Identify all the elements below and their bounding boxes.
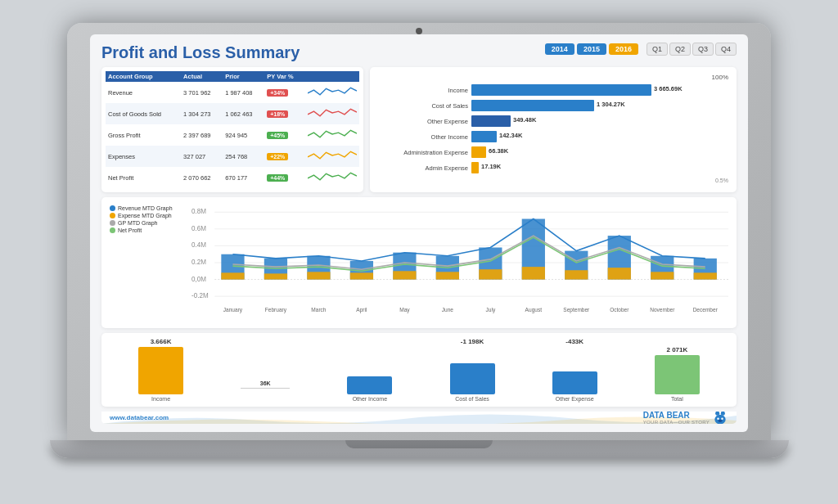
row-var: +44%	[264, 167, 305, 188]
legend-label: Net Profit	[118, 227, 142, 233]
quarter-tab-q2[interactable]: Q2	[669, 43, 691, 56]
hbar-label: Cost of Sales	[378, 102, 468, 110]
wf-connector-label: 36K	[260, 380, 271, 386]
wf-cost-sales-value: -1 198K	[461, 338, 484, 345]
svg-point-52	[721, 417, 723, 419]
svg-text:November: November	[650, 307, 675, 313]
row-prior: 254 768	[223, 146, 264, 167]
col-actual: Actual	[181, 71, 223, 82]
year-tab-2016[interactable]: 2016	[609, 43, 638, 55]
svg-rect-30	[479, 269, 502, 279]
camera	[416, 28, 422, 34]
year-tab-2014[interactable]: 2014	[545, 43, 574, 55]
page-title: Profit and Loss Summary	[101, 43, 300, 62]
svg-text:December: December	[693, 307, 719, 313]
hbar-row: Other Income 142.34K	[378, 131, 728, 142]
hbar-track: 1 304.27K	[471, 100, 651, 111]
wf-other-income-bar-wrap	[347, 347, 392, 394]
svg-text:September: September	[563, 307, 590, 313]
laptop-frame: Profit and Loss Summary 2014 2015 2016 Q…	[67, 23, 771, 440]
mid-legend: Revenue MTD Graph Expense MTD Graph GP M…	[110, 205, 173, 233]
footer-brand-container: DATA BEAR YOUR DATA—OUR STORY	[643, 412, 728, 424]
hbar-label: Income	[378, 87, 468, 94]
data-table: Account Group Actual Prior PY Var % Reve…	[106, 71, 359, 188]
hbar-fill	[471, 131, 497, 142]
row-actual: 2 070 662	[181, 167, 223, 188]
row-prior: 1 987 408	[223, 82, 264, 103]
svg-text:January: January	[223, 307, 243, 313]
footer: www.databear.com DATA BEAR YOUR DATA—OUR…	[101, 412, 737, 424]
svg-text:August: August	[525, 307, 543, 313]
col-account: Account Group	[106, 71, 181, 82]
hbar-fill	[471, 146, 486, 158]
svg-text:0.8M: 0.8M	[191, 208, 206, 215]
svg-text:July: July	[486, 307, 496, 313]
quarter-tab-q4[interactable]: Q4	[715, 43, 737, 56]
waterfall-area: 3.666K Income 36K	[110, 338, 728, 402]
wf-other-expense-label: Other Expense	[556, 396, 594, 402]
wf-total-value: 2 071K	[666, 346, 687, 353]
svg-rect-33	[608, 268, 631, 279]
legend-dot	[110, 213, 115, 218]
wf-other-expense-bar	[552, 371, 597, 394]
svg-text:February: February	[265, 307, 287, 313]
legend-label: Expense MTD Graph	[118, 213, 172, 218]
footer-brand-name: DATA BEAR	[643, 412, 710, 420]
top-section: Account Group Actual Prior PY Var % Reve…	[101, 67, 737, 192]
svg-rect-31	[522, 267, 545, 279]
wf-total-bar	[655, 355, 700, 394]
svg-rect-26	[307, 272, 330, 279]
row-prior: 1 062 463	[223, 103, 264, 124]
year-tab-2015[interactable]: 2015	[577, 43, 606, 55]
svg-text:March: March	[311, 307, 327, 313]
hbar-rows: Income 3 665.69K Cost of Sales 1 304.27K…	[378, 84, 728, 173]
col-prior: Prior	[223, 71, 264, 82]
hbar-value: 3 665.69K	[654, 85, 683, 92]
col-spark	[305, 71, 359, 82]
hbar-value: 349.48K	[513, 116, 536, 124]
hbar-fill	[471, 100, 594, 111]
quarter-tabs: Q1 Q2 Q3 Q4	[647, 43, 737, 56]
hbar-fill	[471, 115, 511, 127]
svg-rect-32	[565, 270, 588, 279]
filters: 2014 2015 2016 Q1 Q2 Q3 Q4	[545, 43, 737, 56]
quarter-tab-q3[interactable]: Q3	[692, 43, 714, 56]
row-var: +22%	[264, 146, 305, 167]
wf-other-expense-value: -433K	[565, 338, 583, 345]
row-var: +45%	[264, 124, 305, 146]
dashboard: Profit and Loss Summary 2014 2015 2016 Q…	[90, 34, 748, 432]
laptop-notch	[345, 440, 493, 448]
legend-dot	[110, 227, 115, 233]
table-panel: Account Group Actual Prior PY Var % Reve…	[101, 67, 363, 192]
wf-total: 2 071K Total	[655, 346, 700, 402]
row-sparkline	[305, 82, 359, 103]
hbar-value: 1 304.27K	[597, 101, 625, 108]
screen-bezel: Profit and Loss Summary 2014 2015 2016 Q…	[90, 34, 748, 432]
svg-point-53	[719, 419, 723, 421]
row-label: Revenue	[106, 82, 181, 103]
svg-rect-34	[651, 272, 674, 279]
bar-chart-pct-label: 100%	[378, 74, 728, 81]
row-prior: 670 177	[223, 167, 264, 188]
quarter-tab-q1[interactable]: Q1	[647, 43, 668, 56]
chart-area: 0.8M 0.6M 0.4M 0.2M 0,0M -0.2M	[191, 204, 728, 322]
wf-other-income-label: Other Income	[353, 396, 387, 402]
year-tabs: 2014 2015 2016	[545, 43, 638, 55]
row-var: +34%	[264, 82, 305, 103]
svg-rect-29	[436, 272, 459, 279]
hbar-label: Other Expense	[378, 118, 468, 125]
row-actual: 3 701 962	[181, 82, 223, 103]
row-prior: 924 945	[223, 124, 264, 146]
col-var: PY Var %	[264, 71, 305, 82]
svg-rect-27	[350, 272, 373, 279]
combo-chart: 0.8M 0.6M 0.4M 0.2M 0,0M -0.2M	[191, 204, 728, 322]
svg-rect-24	[221, 272, 244, 279]
hbar-row: Income 3 665.69K	[378, 84, 728, 96]
row-sparkline	[305, 167, 359, 188]
footer-brand-area: DATA BEAR YOUR DATA—OUR STORY	[643, 412, 710, 424]
svg-text:0.6M: 0.6M	[191, 225, 206, 232]
wf-connector-1: 36K	[241, 380, 290, 389]
wf-income: 3.666K Income	[138, 338, 183, 402]
hbar-label: Admin Expense	[378, 164, 468, 172]
row-label: Net Profit	[106, 167, 181, 188]
